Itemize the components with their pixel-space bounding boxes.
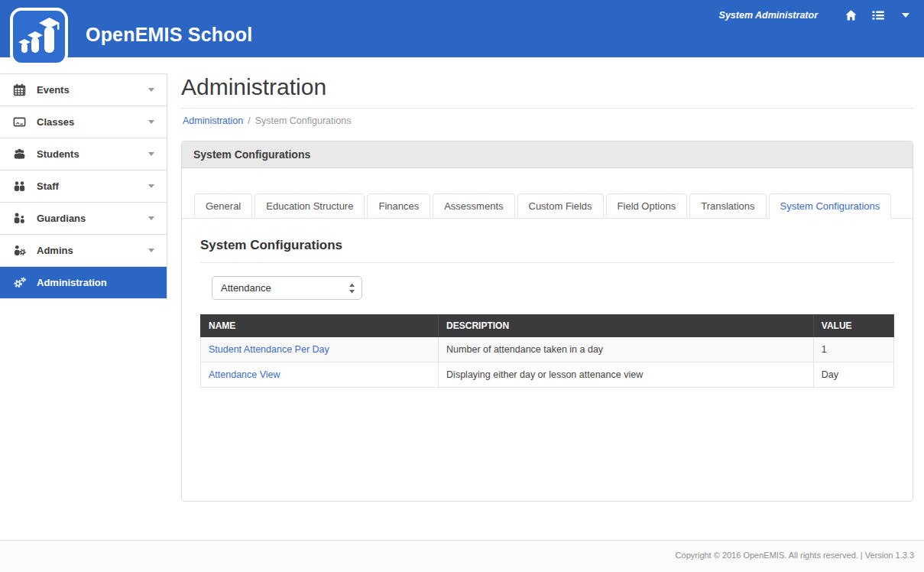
list-menu-icon[interactable] — [870, 7, 887, 24]
tab-label[interactable]: Field Options — [606, 193, 688, 219]
config-description: Number of attendance taken in a day — [439, 337, 814, 362]
graduates-logo-icon — [17, 15, 61, 59]
section-title: System Configurations — [200, 238, 894, 262]
tab-label[interactable]: Education Structure — [255, 193, 365, 219]
copyright-text: Copyright © 2016 OpenEMIS. All rights re… — [676, 551, 914, 560]
chevron-down-icon — [148, 184, 154, 188]
table-row: Student Attendance Per Day Number of att… — [201, 337, 894, 362]
sidebar-item-students[interactable]: Students — [0, 138, 167, 170]
breadcrumb-current: System Configurations — [255, 115, 352, 126]
calendar-icon — [13, 83, 26, 96]
students-icon — [13, 148, 26, 161]
sidebar-item-admins[interactable]: Admins — [0, 234, 167, 266]
admins-icon — [13, 244, 26, 257]
tab-field-options[interactable]: Field Options — [606, 193, 688, 219]
sidebar-item-events[interactable]: Events — [0, 73, 167, 106]
tab-label[interactable]: Custom Fields — [517, 193, 604, 219]
breadcrumb-link-administration[interactable]: Administration — [183, 115, 243, 126]
staff-icon — [13, 180, 26, 193]
main-content: Administration Administration/System Con… — [181, 57, 913, 502]
tab-label[interactable]: Finances — [367, 193, 430, 219]
sidebar-item-label: Staff — [37, 180, 59, 192]
config-value: 1 — [813, 337, 893, 362]
home-icon[interactable] — [842, 7, 859, 24]
page-title: Administration — [181, 57, 913, 109]
cogs-icon — [13, 276, 26, 289]
select-stepper-icon — [349, 283, 355, 294]
configurations-table: NAME DESCRIPTION VALUE Student Attendanc… — [200, 314, 894, 388]
top-bar: OpenEMIS School System Administrator — [0, 0, 924, 57]
column-header-name: NAME — [201, 315, 439, 337]
sidebar-item-label: Classes — [37, 116, 74, 128]
app-title: OpenEMIS School — [86, 24, 252, 46]
column-header-value: VALUE — [813, 315, 893, 337]
breadcrumb-separator: / — [248, 115, 250, 126]
tab-education-structure[interactable]: Education Structure — [255, 193, 365, 219]
system-configurations-panel: System Configurations General Education … — [181, 141, 913, 502]
sidebar-item-administration[interactable]: Administration — [0, 266, 167, 298]
tab-finances[interactable]: Finances — [367, 193, 430, 219]
tab-assessments[interactable]: Assessments — [433, 193, 514, 219]
sidebar-item-staff[interactable]: Staff — [0, 170, 167, 202]
sidebar-item-label: Students — [37, 148, 79, 160]
config-link-student-attendance-per-day[interactable]: Student Attendance Per Day — [209, 344, 329, 355]
chevron-down-icon — [148, 120, 154, 124]
current-user-label: System Administrator — [719, 10, 818, 21]
breadcrumb: Administration/System Configurations — [181, 109, 913, 133]
config-category-select[interactable]: Attendance — [212, 276, 362, 300]
config-value: Day — [813, 362, 893, 388]
sidebar-item-label: Events — [37, 84, 70, 96]
openemis-logo — [10, 8, 68, 66]
footer: Copyright © 2016 OpenEMIS. All rights re… — [0, 540, 924, 572]
table-header-row: NAME DESCRIPTION VALUE — [201, 315, 894, 337]
config-link-attendance-view[interactable]: Attendance View — [209, 369, 280, 380]
config-description: Displaying either day or lesson attenanc… — [439, 362, 814, 388]
guardians-icon — [13, 212, 26, 225]
table-row: Attendance View Displaying either day or… — [201, 362, 894, 388]
sidebar-item-label: Admins — [37, 245, 73, 256]
sidebar-item-label: Guardians — [37, 213, 86, 224]
sidebar-item-classes[interactable]: Classes — [0, 106, 167, 138]
config-category-select-value: Attendance — [221, 282, 271, 294]
tab-translations[interactable]: Translations — [689, 193, 766, 219]
tab-system-configurations[interactable]: System Configurations — [769, 193, 892, 219]
sidebar-item-label: Administration — [37, 277, 107, 288]
chevron-down-icon — [148, 88, 154, 92]
tab-label[interactable]: Assessments — [433, 193, 514, 219]
tab-label[interactable]: System Configurations — [769, 193, 892, 219]
chevron-down-icon — [148, 216, 154, 220]
sidebar: Events Classes Students — [0, 73, 167, 299]
panel-heading: System Configurations — [182, 141, 913, 168]
sidebar-item-guardians[interactable]: Guardians — [0, 202, 167, 234]
tab-custom-fields[interactable]: Custom Fields — [517, 193, 604, 219]
tab-label[interactable]: General — [194, 193, 252, 219]
user-menu-caret-icon[interactable] — [897, 7, 914, 24]
chevron-down-icon — [148, 152, 154, 156]
tab-label[interactable]: Translations — [689, 193, 766, 219]
column-header-description: DESCRIPTION — [439, 315, 814, 337]
section-divider — [200, 262, 894, 263]
chevron-down-icon — [148, 249, 154, 252]
chalkboard-icon — [13, 115, 26, 128]
admin-tabs: General Education Structure Finances Ass… — [182, 193, 913, 219]
tab-general[interactable]: General — [194, 193, 252, 219]
